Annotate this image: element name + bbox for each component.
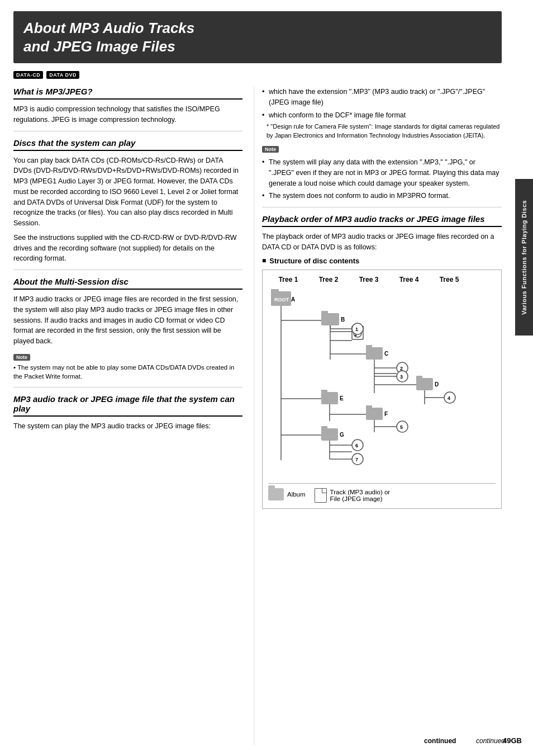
svg-text:ROOT: ROOT — [274, 297, 289, 303]
tree-label-1: Tree 1 — [268, 276, 308, 284]
svg-rect-28 — [416, 378, 433, 390]
svg-text:F: F — [384, 411, 388, 417]
page-number: continued 49GB — [424, 736, 522, 745]
asterisk-note: * "Design rule for Camera File system": … — [266, 122, 502, 140]
what-is-body: MP3 is audio compression technology that… — [13, 104, 242, 125]
note-bullet-1: The system will play any data with the e… — [262, 157, 502, 188]
svg-text:7: 7 — [355, 457, 358, 462]
svg-rect-29 — [416, 376, 422, 379]
discs-body1: You can play back DATA CDs (CD-ROMs/CD-R… — [13, 155, 242, 229]
album-icon — [268, 488, 284, 500]
multi-session-heading: About the Multi-Session disc — [13, 277, 242, 290]
mp3-file-heading: MP3 audio track or JPEG image file that … — [13, 394, 242, 417]
svg-text:E: E — [340, 395, 344, 401]
playback-body: The playback order of MP3 audio tracks o… — [262, 231, 502, 253]
structure-heading: Structure of disc contents — [262, 257, 502, 265]
svg-text:3: 3 — [400, 374, 403, 380]
legend-album: Album — [268, 488, 306, 500]
tree-label-3: Tree 3 — [349, 276, 389, 284]
file-label: Track (MP3 audio) or File (JPEG image) — [330, 489, 391, 502]
mp3-file-body: The system can play the MP3 audio tracks… — [13, 421, 242, 432]
svg-text:4: 4 — [448, 395, 450, 401]
svg-text:A: A — [291, 296, 295, 303]
page-title: About MP3 Audio Tracks and JPEG Image Fi… — [23, 19, 492, 55]
discs-heading: Discs that the system can play — [13, 138, 242, 151]
svg-rect-6 — [321, 313, 339, 325]
badge-data-dvd: DATA DVD — [46, 71, 79, 79]
tree-svg: ROOT A B — [268, 287, 469, 477]
bullet-mp3-ext: which have the extension ".MP3" (MP3 aud… — [262, 87, 502, 108]
svg-rect-17 — [366, 345, 372, 348]
tree-labels-row: Tree 1 Tree 2 Tree 3 Tree 4 Tree 5 — [268, 276, 496, 284]
album-label: Album — [287, 491, 306, 498]
svg-rect-39 — [321, 392, 338, 404]
what-is-heading: What is MP3/JPEG? — [13, 87, 242, 100]
tree-label-4: Tree 4 — [389, 276, 429, 284]
svg-rect-16 — [366, 347, 383, 360]
right-column: which have the extension ".MP3" (MP3 aud… — [254, 87, 502, 745]
svg-text:6: 6 — [355, 443, 358, 448]
title-box: About MP3 Audio Tracks and JPEG Image Fi… — [13, 11, 502, 63]
svg-rect-7 — [321, 311, 328, 314]
right-note-bullets: The system will play any data with the e… — [262, 157, 502, 201]
svg-text:B: B — [341, 316, 345, 323]
svg-text:5: 5 — [400, 424, 403, 430]
svg-text:C: C — [384, 351, 388, 357]
svg-text:D: D — [435, 381, 439, 388]
mp3-bullets: which have the extension ".MP3" (MP3 aud… — [262, 87, 502, 120]
svg-rect-45 — [366, 405, 372, 409]
svg-text:G: G — [340, 432, 344, 438]
multi-session-note-label: Note — [13, 354, 30, 361]
tree-diagram: Tree 1 Tree 2 Tree 3 Tree 4 Tree 5 ROOT … — [262, 270, 502, 509]
note-bullet-2: The system does not conform to audio in … — [262, 191, 502, 201]
svg-rect-44 — [366, 408, 383, 420]
right-note-label: Note — [262, 146, 279, 153]
svg-rect-40 — [321, 390, 327, 393]
left-column: What is MP3/JPEG? MP3 is audio compressi… — [13, 87, 254, 745]
tree-label-2: Tree 2 — [308, 276, 349, 284]
badge-row: DATA-CD DATA DVD — [13, 71, 502, 79]
svg-text:1: 1 — [355, 327, 358, 332]
tree-label-5: Tree 5 — [429, 276, 469, 284]
multi-session-body: If MP3 audio tracks or JPEG image files … — [13, 294, 242, 347]
legend-file: Track (MP3 audio) or File (JPEG image) — [315, 488, 391, 503]
file-icon — [315, 488, 327, 503]
svg-rect-55 — [321, 428, 338, 441]
svg-rect-56 — [321, 426, 327, 429]
multi-session-note: • The system may not be able to play som… — [13, 363, 242, 381]
sidebar-tab: Various Functions for Playing Discs — [515, 179, 533, 336]
legend: Album Track (MP3 audio) or File (JPEG im… — [268, 483, 496, 503]
svg-rect-1 — [271, 289, 279, 292]
playback-heading: Playback order of MP3 audio tracks or JP… — [262, 214, 502, 227]
discs-body2: See the instructions supplied with the C… — [13, 233, 242, 264]
badge-data-cd: DATA-CD — [13, 71, 43, 79]
bullet-dcf: which conform to the DCF* image file for… — [262, 110, 502, 121]
